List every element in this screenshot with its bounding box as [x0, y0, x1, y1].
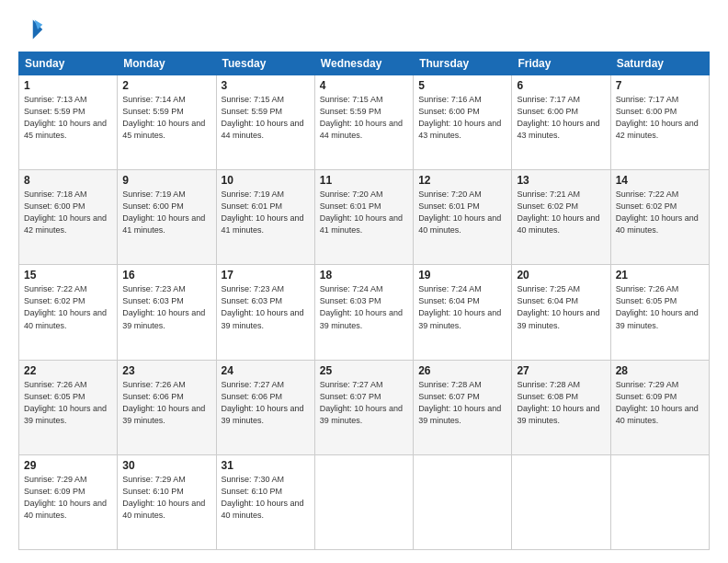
day-info: Sunrise: 7:22 AMSunset: 6:02 PMDaylight:…	[24, 284, 107, 329]
calendar-cell	[610, 454, 709, 549]
logo	[18, 17, 48, 42]
day-number: 1	[24, 79, 112, 92]
calendar-table: SundayMondayTuesdayWednesdayThursdayFrid…	[18, 52, 710, 550]
calendar-cell: 20Sunrise: 7:25 AMSunset: 6:04 PMDayligh…	[512, 265, 610, 360]
day-number: 6	[517, 79, 605, 92]
day-number: 26	[418, 364, 506, 377]
day-info: Sunrise: 7:22 AMSunset: 6:02 PMDaylight:…	[616, 190, 699, 235]
calendar-cell: 10Sunrise: 7:19 AMSunset: 6:01 PMDayligh…	[216, 170, 314, 265]
day-info: Sunrise: 7:17 AMSunset: 6:00 PMDaylight:…	[616, 95, 699, 140]
day-info: Sunrise: 7:15 AMSunset: 5:59 PMDaylight:…	[320, 95, 403, 140]
day-info: Sunrise: 7:25 AMSunset: 6:04 PMDaylight:…	[517, 284, 599, 329]
day-info: Sunrise: 7:29 AMSunset: 6:09 PMDaylight:…	[24, 475, 107, 520]
day-info: Sunrise: 7:14 AMSunset: 5:59 PMDaylight:…	[122, 95, 205, 140]
day-info: Sunrise: 7:19 AMSunset: 6:01 PMDaylight:…	[222, 190, 304, 235]
calendar-cell: 21Sunrise: 7:26 AMSunset: 6:05 PMDayligh…	[610, 265, 709, 360]
page: SundayMondayTuesdayWednesdayThursdayFrid…	[0, 0, 728, 563]
day-number: 19	[418, 269, 506, 282]
calendar-cell: 4Sunrise: 7:15 AMSunset: 5:59 PMDaylight…	[314, 75, 413, 170]
day-number: 10	[222, 174, 310, 187]
day-number: 13	[517, 174, 605, 187]
day-number: 27	[517, 364, 605, 377]
day-number: 16	[122, 269, 210, 282]
calendar-cell	[414, 454, 512, 549]
calendar-cell: 14Sunrise: 7:22 AMSunset: 6:02 PMDayligh…	[610, 170, 709, 265]
day-number: 20	[517, 269, 605, 282]
day-info: Sunrise: 7:29 AMSunset: 6:10 PMDaylight:…	[122, 475, 205, 520]
calendar-cell: 6Sunrise: 7:17 AMSunset: 6:00 PMDaylight…	[512, 75, 610, 170]
weekday-header: Wednesday	[314, 52, 413, 75]
logo-icon	[18, 17, 44, 42]
day-info: Sunrise: 7:21 AMSunset: 6:02 PMDaylight:…	[517, 190, 599, 235]
day-number: 22	[24, 364, 112, 377]
day-number: 8	[24, 174, 112, 187]
day-info: Sunrise: 7:23 AMSunset: 6:03 PMDaylight:…	[222, 284, 304, 329]
weekday-header: Friday	[512, 52, 610, 75]
weekday-header: Sunday	[19, 52, 118, 75]
calendar-week: 22Sunrise: 7:26 AMSunset: 6:05 PMDayligh…	[19, 360, 710, 454]
day-info: Sunrise: 7:17 AMSunset: 6:00 PMDaylight:…	[517, 95, 599, 140]
calendar-cell: 7Sunrise: 7:17 AMSunset: 6:00 PMDaylight…	[610, 75, 709, 170]
day-info: Sunrise: 7:24 AMSunset: 6:03 PMDaylight:…	[320, 284, 403, 329]
calendar-cell: 22Sunrise: 7:26 AMSunset: 6:05 PMDayligh…	[19, 360, 118, 454]
day-info: Sunrise: 7:26 AMSunset: 6:06 PMDaylight:…	[122, 380, 205, 425]
day-number: 18	[320, 269, 408, 282]
calendar-cell: 5Sunrise: 7:16 AMSunset: 6:00 PMDaylight…	[414, 75, 512, 170]
calendar-cell: 3Sunrise: 7:15 AMSunset: 5:59 PMDaylight…	[216, 75, 314, 170]
calendar-cell: 19Sunrise: 7:24 AMSunset: 6:04 PMDayligh…	[414, 265, 512, 360]
day-number: 28	[616, 364, 704, 377]
calendar-cell: 23Sunrise: 7:26 AMSunset: 6:06 PMDayligh…	[118, 360, 216, 454]
day-number: 25	[320, 364, 408, 377]
calendar-cell: 25Sunrise: 7:27 AMSunset: 6:07 PMDayligh…	[314, 360, 413, 454]
day-info: Sunrise: 7:23 AMSunset: 6:03 PMDaylight:…	[122, 284, 205, 329]
calendar-week: 1Sunrise: 7:13 AMSunset: 5:59 PMDaylight…	[19, 75, 710, 170]
calendar-cell	[314, 454, 413, 549]
calendar-cell: 26Sunrise: 7:28 AMSunset: 6:07 PMDayligh…	[414, 360, 512, 454]
calendar-cell: 24Sunrise: 7:27 AMSunset: 6:06 PMDayligh…	[216, 360, 314, 454]
day-info: Sunrise: 7:29 AMSunset: 6:09 PMDaylight:…	[616, 380, 699, 425]
calendar-week: 29Sunrise: 7:29 AMSunset: 6:09 PMDayligh…	[19, 454, 710, 549]
day-number: 29	[24, 459, 112, 472]
day-info: Sunrise: 7:26 AMSunset: 6:05 PMDaylight:…	[24, 380, 107, 425]
day-info: Sunrise: 7:28 AMSunset: 6:07 PMDaylight:…	[418, 380, 501, 425]
day-info: Sunrise: 7:30 AMSunset: 6:10 PMDaylight:…	[222, 475, 304, 520]
calendar-cell: 2Sunrise: 7:14 AMSunset: 5:59 PMDaylight…	[118, 75, 216, 170]
day-number: 17	[222, 269, 310, 282]
day-number: 5	[418, 79, 506, 92]
calendar-cell: 12Sunrise: 7:20 AMSunset: 6:01 PMDayligh…	[414, 170, 512, 265]
calendar-cell: 27Sunrise: 7:28 AMSunset: 6:08 PMDayligh…	[512, 360, 610, 454]
calendar-week: 15Sunrise: 7:22 AMSunset: 6:02 PMDayligh…	[19, 265, 710, 360]
weekday-header: Tuesday	[216, 52, 314, 75]
day-number: 7	[616, 79, 704, 92]
calendar-cell: 9Sunrise: 7:19 AMSunset: 6:00 PMDaylight…	[118, 170, 216, 265]
day-info: Sunrise: 7:28 AMSunset: 6:08 PMDaylight:…	[517, 380, 599, 425]
calendar-cell	[512, 454, 610, 549]
calendar-cell: 30Sunrise: 7:29 AMSunset: 6:10 PMDayligh…	[118, 454, 216, 549]
day-info: Sunrise: 7:15 AMSunset: 5:59 PMDaylight:…	[222, 95, 304, 140]
calendar-cell: 17Sunrise: 7:23 AMSunset: 6:03 PMDayligh…	[216, 265, 314, 360]
day-number: 4	[320, 79, 408, 92]
day-info: Sunrise: 7:26 AMSunset: 6:05 PMDaylight:…	[616, 284, 699, 329]
day-info: Sunrise: 7:27 AMSunset: 6:06 PMDaylight:…	[222, 380, 304, 425]
day-info: Sunrise: 7:19 AMSunset: 6:00 PMDaylight:…	[122, 190, 205, 235]
day-number: 3	[222, 79, 310, 92]
weekday-header: Monday	[118, 52, 216, 75]
weekday-header: Saturday	[610, 52, 709, 75]
day-number: 11	[320, 174, 408, 187]
day-info: Sunrise: 7:20 AMSunset: 6:01 PMDaylight:…	[418, 190, 501, 235]
day-number: 14	[616, 174, 704, 187]
calendar-cell: 18Sunrise: 7:24 AMSunset: 6:03 PMDayligh…	[314, 265, 413, 360]
day-number: 2	[122, 79, 210, 92]
weekday-header: Thursday	[414, 52, 512, 75]
day-number: 30	[122, 459, 210, 472]
day-number: 21	[616, 269, 704, 282]
header	[18, 17, 710, 42]
day-info: Sunrise: 7:18 AMSunset: 6:00 PMDaylight:…	[24, 190, 107, 235]
day-number: 23	[122, 364, 210, 377]
calendar-cell: 29Sunrise: 7:29 AMSunset: 6:09 PMDayligh…	[19, 454, 118, 549]
day-info: Sunrise: 7:13 AMSunset: 5:59 PMDaylight:…	[24, 95, 107, 140]
calendar-cell: 13Sunrise: 7:21 AMSunset: 6:02 PMDayligh…	[512, 170, 610, 265]
calendar-cell: 28Sunrise: 7:29 AMSunset: 6:09 PMDayligh…	[610, 360, 709, 454]
day-info: Sunrise: 7:24 AMSunset: 6:04 PMDaylight:…	[418, 284, 501, 329]
calendar-week: 8Sunrise: 7:18 AMSunset: 6:00 PMDaylight…	[19, 170, 710, 265]
